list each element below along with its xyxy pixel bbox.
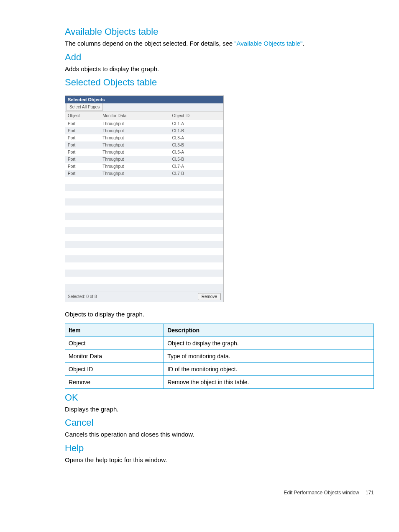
- cell: Port: [65, 120, 100, 128]
- text-selected-desc: Objects to display the graph.: [65, 310, 374, 319]
- cell-empty: [205, 248, 223, 255]
- cell: Throughput: [100, 156, 169, 163]
- cell: Port: [65, 134, 100, 141]
- cell-empty: [169, 248, 204, 255]
- cell: [205, 170, 223, 177]
- cell-empty: [169, 177, 204, 184]
- cell-empty: [65, 177, 100, 184]
- cell: Throughput: [100, 170, 169, 177]
- cell-empty: [169, 227, 204, 234]
- cell: Throughput: [100, 127, 169, 134]
- cell: CL5-A: [169, 149, 204, 156]
- cell-empty: [100, 277, 169, 284]
- table-row[interactable]: PortThroughputCL7-A: [65, 163, 223, 170]
- cell-empty: [205, 270, 223, 277]
- cell-empty: [65, 227, 100, 234]
- cell-empty: [169, 206, 204, 213]
- cell-empty: [100, 191, 169, 198]
- cell-empty: [65, 191, 100, 198]
- cell-empty: [205, 241, 223, 248]
- cell: Port: [65, 170, 100, 177]
- cell-empty: [100, 206, 169, 213]
- desc-description: Object to display the graph.: [164, 337, 374, 350]
- desc-item: Object ID: [65, 362, 164, 375]
- table-row-empty: [65, 198, 223, 206]
- cell-empty: [100, 255, 169, 262]
- cell-empty: [169, 184, 204, 191]
- cell: CL7-B: [169, 170, 204, 177]
- cell: Port: [65, 163, 100, 170]
- heading-ok: OK: [65, 392, 374, 403]
- table-row-empty: [65, 248, 223, 255]
- cell-empty: [205, 184, 223, 191]
- cell-empty: [169, 277, 204, 284]
- cell-empty: [205, 198, 223, 206]
- table-row-empty: [65, 234, 223, 241]
- table-row-empty: [65, 191, 223, 198]
- table-row[interactable]: PortThroughputCL3-A: [65, 134, 223, 141]
- text-add: Adds objects to display the graph.: [65, 64, 374, 74]
- cell-empty: [100, 270, 169, 277]
- cell-empty: [205, 284, 223, 291]
- table-row[interactable]: PortThroughputCL3-B: [65, 141, 223, 149]
- desc-row: ObjectObject to display the graph.: [65, 337, 374, 350]
- heading-add: Add: [65, 52, 374, 63]
- ss-table: Object Monitor Data Object ID PortThroug…: [65, 111, 223, 291]
- select-all-pages-button[interactable]: Select All Pages: [66, 103, 103, 111]
- cell-empty: [169, 262, 204, 270]
- text-ok: Displays the graph.: [65, 405, 374, 414]
- ss-status: Selected: 0 of 8: [68, 294, 97, 299]
- table-row[interactable]: PortThroughputCL5-A: [65, 149, 223, 156]
- cell: Throughput: [100, 134, 169, 141]
- cell-empty: [100, 284, 169, 291]
- table-row[interactable]: PortThroughputCL1-B: [65, 127, 223, 134]
- cell: [205, 156, 223, 163]
- table-row[interactable]: PortThroughputCL5-B: [65, 156, 223, 163]
- heading-cancel: Cancel: [65, 417, 374, 428]
- cell: [205, 149, 223, 156]
- cell: [205, 134, 223, 141]
- table-row-empty: [65, 213, 223, 220]
- page-footer: Edit Performance Objects window 171: [65, 490, 374, 496]
- cell-empty: [100, 248, 169, 255]
- cell-empty: [169, 270, 204, 277]
- ss-header-row: Object Monitor Data Object ID: [65, 112, 223, 120]
- cell-empty: [205, 213, 223, 220]
- desc-item: Remove: [65, 375, 164, 388]
- desc-header-row: Item Description: [65, 324, 374, 337]
- cell-empty: [65, 270, 100, 277]
- cell-empty: [100, 262, 169, 270]
- cell-empty: [65, 277, 100, 284]
- cell-empty: [65, 284, 100, 291]
- text-cancel: Cancels this operation and closes this w…: [65, 430, 374, 439]
- remove-button[interactable]: Remove: [198, 293, 221, 300]
- ss-title-bar: Selected Objects: [65, 96, 223, 103]
- link-available-objects[interactable]: "Available Objects table": [234, 40, 302, 47]
- cell-empty: [205, 234, 223, 241]
- table-row[interactable]: PortThroughputCL7-B: [65, 170, 223, 177]
- cell-empty: [205, 277, 223, 284]
- desc-col-description: Description: [164, 324, 374, 337]
- heading-help: Help: [65, 443, 374, 454]
- table-row-empty: [65, 177, 223, 184]
- cell-empty: [205, 177, 223, 184]
- table-row[interactable]: PortThroughputCL1-A: [65, 120, 223, 128]
- cell-empty: [65, 184, 100, 191]
- cell: Port: [65, 156, 100, 163]
- cell-empty: [169, 241, 204, 248]
- table-row-empty: [65, 220, 223, 227]
- cell-empty: [65, 213, 100, 220]
- ss-footer: Selected: 0 of 8 Remove: [65, 291, 223, 302]
- cell-empty: [100, 184, 169, 191]
- cell: CL7-A: [169, 163, 204, 170]
- footer-title: Edit Performance Objects window: [284, 490, 359, 496]
- table-row-empty: [65, 277, 223, 284]
- cell: Port: [65, 141, 100, 149]
- heading-available-objects: Available Objects table: [65, 26, 374, 37]
- cell: CL1-B: [169, 127, 204, 134]
- cell-empty: [169, 234, 204, 241]
- cell-empty: [169, 213, 204, 220]
- desc-item: Object: [65, 337, 164, 350]
- table-row-empty: [65, 227, 223, 234]
- cell: CL3-B: [169, 141, 204, 149]
